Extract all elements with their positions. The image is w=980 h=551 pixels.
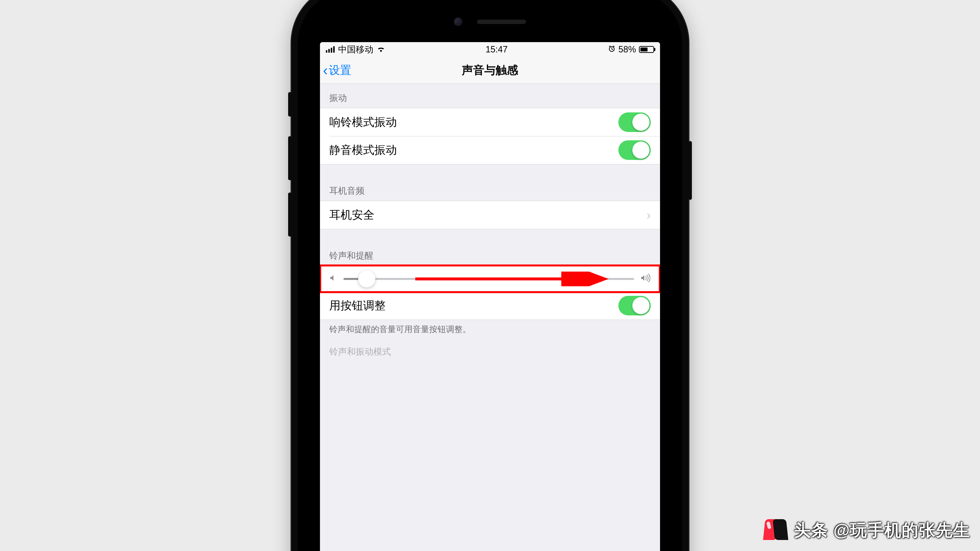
row-label: 耳机安全 — [329, 207, 374, 222]
toggle-silent-vibrate[interactable] — [618, 140, 651, 160]
battery-percent-label: 58% — [618, 44, 636, 55]
back-label: 设置 — [329, 63, 351, 78]
mute-switch — [288, 92, 291, 117]
volume-up-button — [288, 136, 291, 180]
toggle-ring-vibrate[interactable] — [618, 113, 651, 132]
nav-header: ‹ 设置 声音与触感 — [320, 57, 660, 84]
section-header-vibrate: 振动 — [320, 84, 660, 108]
page-title: 声音与触感 — [462, 63, 518, 78]
row-headphone-safety[interactable]: 耳机安全 › — [320, 201, 660, 229]
phone-frame: 中国移动 15:47 58% ‹ — [291, 0, 689, 551]
toggle-button-adjust[interactable] — [618, 296, 651, 315]
row-button-adjust[interactable]: 用按钮调整 — [320, 292, 660, 319]
watermark: 头条 @玩手机的张先生 — [762, 517, 970, 544]
power-button — [689, 141, 692, 200]
volume-down-button — [288, 192, 291, 237]
section-header-headphone: 耳机音频 — [320, 176, 660, 201]
cell-signal-icon — [326, 46, 335, 52]
section-header-ringer: 铃声和提醒 — [320, 241, 660, 266]
battery-icon — [639, 46, 654, 53]
phone-screen: 中国移动 15:47 58% ‹ — [320, 42, 660, 551]
volume-low-icon — [329, 273, 337, 284]
slider-thumb[interactable] — [358, 270, 375, 287]
chevron-left-icon: ‹ — [323, 63, 328, 78]
row-volume-slider — [320, 266, 660, 292]
earpiece-speaker — [477, 20, 526, 24]
status-bar: 中国移动 15:47 58% — [320, 42, 660, 57]
row-silent-vibrate[interactable]: 静音模式振动 — [320, 136, 660, 164]
chevron-right-icon: › — [647, 208, 651, 222]
volume-slider[interactable] — [344, 278, 634, 280]
row-label: 静音模式振动 — [329, 143, 397, 158]
row-ring-vibrate[interactable]: 响铃模式振动 — [320, 108, 660, 136]
alarm-icon — [608, 44, 616, 55]
wifi-icon — [377, 45, 385, 54]
clock-label: 15:47 — [485, 44, 508, 55]
section-header-ringtone-patterns: 铃声和振动模式 — [320, 343, 660, 362]
phone-notch — [454, 17, 526, 26]
section-footer-ringer: 铃声和提醒的音量可用音量按钮调整。 — [320, 320, 660, 343]
row-label: 响铃模式振动 — [329, 114, 397, 130]
volume-high-icon — [640, 273, 651, 284]
carrier-label: 中国移动 — [338, 44, 373, 56]
row-label: 用按钮调整 — [329, 298, 386, 313]
front-camera — [454, 17, 462, 26]
watermark-text: 头条 @玩手机的张先生 — [794, 519, 970, 541]
toutiao-logo-icon — [762, 517, 789, 544]
back-button[interactable]: ‹ 设置 — [320, 63, 351, 78]
